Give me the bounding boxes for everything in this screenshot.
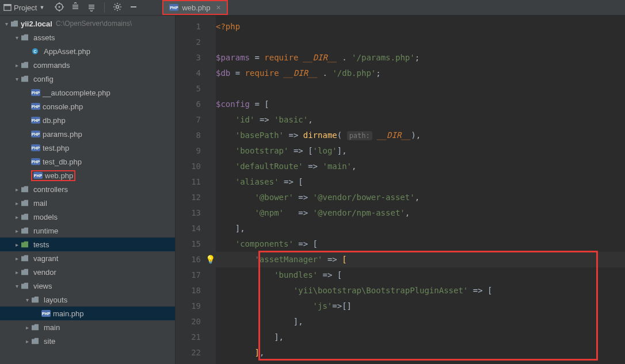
chevron-right-icon: ▸ <box>23 338 31 344</box>
tree-item-label: commands <box>33 61 70 70</box>
gear-icon[interactable] <box>113 2 122 12</box>
tree-item-db-php[interactable]: PHPdb.php <box>0 113 175 127</box>
code-line[interactable]: 'basePath' => dirname( path: __DIR__), <box>216 128 625 143</box>
tree-item-vendor[interactable]: ▸vendor <box>0 265 175 279</box>
tree-item-label: main <box>44 323 60 332</box>
line-number: 7 <box>176 112 216 128</box>
line-number: 14 <box>176 221 216 236</box>
tree-item-runtime[interactable]: ▸runtime <box>0 224 175 237</box>
tab-web-php[interactable]: PHP web.php × <box>162 0 227 15</box>
tree-item-test-db-php[interactable]: PHPtest_db.php <box>0 155 175 168</box>
svg-point-14 <box>116 6 119 9</box>
code-line[interactable]: <?php <box>216 19 625 35</box>
tree-item-label: AppAsset.php <box>44 47 90 56</box>
tree-item-commands[interactable]: ▸commands <box>0 58 175 72</box>
tree-item-label: runtime <box>33 227 58 235</box>
ide-window: Project ▼ PHP web.php × ▾ <box>0 0 625 364</box>
line-number: 21 <box>176 329 216 345</box>
expand-icon[interactable] <box>71 2 80 12</box>
code-line[interactable] <box>216 35 625 50</box>
code-line[interactable]: '@npm' => '@vendor/npm-asset', <box>216 205 625 221</box>
line-number: 9 <box>176 143 216 159</box>
tree-item-mail[interactable]: ▸mail <box>0 196 175 210</box>
code-line[interactable]: 'bootstrap' => ['log'], <box>216 143 625 159</box>
line-number: 5 <box>176 81 216 97</box>
code-line[interactable]: ], <box>216 345 625 361</box>
code-line[interactable]: ], <box>216 314 625 329</box>
tree-item-tests[interactable]: ▸tests <box>0 237 175 251</box>
tree-item-main[interactable]: ▸main <box>0 320 175 334</box>
tree-item-label: site <box>44 337 55 346</box>
tree-item-label: controllers <box>33 185 68 194</box>
code-line[interactable]: 'yii\bootstrap\BootstrapPluginAsset' => … <box>216 283 625 298</box>
tree-root-name: yii2.local <box>21 20 52 28</box>
line-gutter: 12345678910111213141516171819202122 <box>176 16 216 364</box>
tree-item-main-php[interactable]: PHPmain.php <box>0 306 175 320</box>
toolbar-icons <box>55 2 138 13</box>
line-number: 2 <box>176 35 216 50</box>
tree-item-label: views <box>33 282 52 290</box>
code-line[interactable]: $db = require __DIR__ . '/db.php'; <box>216 66 625 81</box>
tree-item-test-php[interactable]: PHPtest.php <box>0 141 175 155</box>
php-file-icon: PHP <box>31 103 40 110</box>
tree-item-label: assets <box>33 33 55 42</box>
code-line[interactable]: ], <box>216 329 625 345</box>
toolbar-left: Project ▼ <box>0 0 142 15</box>
chevron-down-icon: ▼ <box>39 5 44 10</box>
tree-item-site[interactable]: ▸site <box>0 334 175 348</box>
line-number: 4 <box>176 66 216 81</box>
line-number: 8 <box>176 128 216 143</box>
collapse-icon[interactable] <box>87 2 96 12</box>
svg-rect-1 <box>4 5 11 6</box>
chevron-right-icon: ▸ <box>13 214 21 220</box>
line-number: 15 <box>176 236 216 252</box>
bulb-icon[interactable]: 💡 <box>205 252 215 267</box>
tree-item-layouts[interactable]: ▾layouts <box>0 293 175 306</box>
tree-item-params-php[interactable]: PHPparams.php <box>0 127 175 141</box>
tree-item-vagrant[interactable]: ▸vagrant <box>0 251 175 265</box>
tree-item-console-php[interactable]: PHPconsole.php <box>0 99 175 113</box>
php-file-icon: PHP <box>31 89 40 96</box>
project-dropdown[interactable]: Project ▼ <box>3 3 44 12</box>
chevron-down-icon: ▾ <box>13 283 21 289</box>
code-editor[interactable]: 12345678910111213141516171819202122 <?ph… <box>176 16 625 364</box>
tree-item-views[interactable]: ▾views <box>0 279 175 293</box>
line-number: 22 <box>176 345 216 361</box>
chevron-right-icon: ▸ <box>13 200 21 206</box>
tree-item-models[interactable]: ▸models <box>0 210 175 224</box>
project-sidebar[interactable]: ▾ yii2.local C:\OpenServer\domains\ ▾ass… <box>0 16 176 364</box>
line-number: 18 <box>176 283 216 298</box>
tab-bar: PHP web.php × <box>162 0 227 15</box>
php-file-icon: PHP <box>31 131 40 137</box>
line-number: 1 <box>176 19 216 35</box>
tree-item-web-php[interactable]: PHPweb.php <box>0 168 175 182</box>
code-line[interactable] <box>216 81 625 97</box>
tree-item-appasset-php[interactable]: CAppAsset.php <box>0 44 175 58</box>
line-number: 19 <box>176 298 216 314</box>
tree-item-label: vendor <box>33 268 56 277</box>
tree-root[interactable]: ▾ yii2.local C:\OpenServer\domains\ <box>0 17 175 30</box>
separator <box>104 2 105 13</box>
code-line[interactable]: '@bower' => '@vendor/bower-asset', <box>216 190 625 205</box>
tree-item-label: __autocomplete.php <box>43 89 110 97</box>
tree-item-controllers[interactable]: ▸controllers <box>0 182 175 196</box>
code-line[interactable]: 💡 'assetManager' => [ <box>216 252 625 267</box>
tree-item-assets[interactable]: ▾assets <box>0 30 175 44</box>
code-line[interactable]: 'js'=>[] <box>216 298 625 314</box>
code-line[interactable]: 'aliases' => [ <box>216 174 625 190</box>
code-line[interactable]: $config = [ <box>216 97 625 112</box>
target-icon[interactable] <box>55 2 64 12</box>
minimize-icon[interactable] <box>129 2 138 12</box>
ide-body: ▾ yii2.local C:\OpenServer\domains\ ▾ass… <box>0 16 625 364</box>
code-line[interactable]: ], <box>216 221 625 236</box>
close-icon[interactable]: × <box>216 3 221 12</box>
code-line[interactable]: $params = require __DIR__ . '/params.php… <box>216 50 625 66</box>
code-line[interactable]: 'id' => 'basic', <box>216 112 625 128</box>
tree-item---autocomplete-php[interactable]: PHP__autocomplete.php <box>0 86 175 99</box>
tree-item-config[interactable]: ▾config <box>0 72 175 86</box>
code-line[interactable]: 'defaultRoute' => 'main', <box>216 159 625 174</box>
chevron-right-icon: ▸ <box>13 255 21 262</box>
code-area[interactable]: <?php$params = require __DIR__ . '/param… <box>216 16 625 364</box>
code-line[interactable]: 'bundles' => [ <box>216 267 625 283</box>
code-line[interactable]: 'components' => [ <box>216 236 625 252</box>
